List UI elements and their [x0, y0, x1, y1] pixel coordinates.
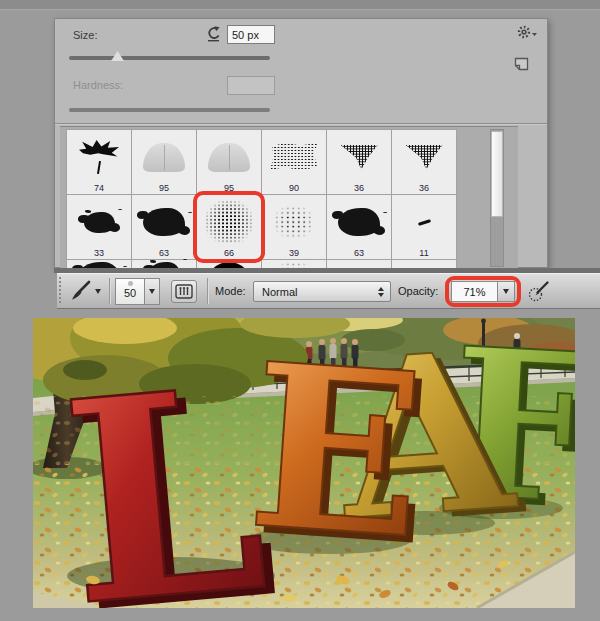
options-bar: 50 Mode: Normal Opacity: 71% — [57, 273, 600, 309]
brush-preset-dropdown[interactable] — [144, 278, 160, 305]
brush-icon[interactable] — [67, 279, 93, 309]
hardness-slider — [69, 108, 270, 112]
brush-blob-icon — [143, 208, 185, 236]
brush-size-label: 33 — [67, 248, 131, 258]
brush-grid: 749595903636336366396311 — [66, 129, 457, 269]
brush-scatter-tri-icon — [340, 145, 378, 170]
reset-arrow-icon[interactable] — [205, 25, 222, 47]
size-label: Size: — [73, 29, 97, 41]
brush-cell[interactable]: 90 — [262, 130, 327, 195]
brush-none-icon — [358, 262, 360, 264]
brush-cell[interactable]: 95 — [197, 130, 262, 195]
brush-cell[interactable]: 63 — [327, 195, 392, 260]
toolbar-grip[interactable] — [59, 277, 61, 305]
brush-blob-icon — [338, 208, 380, 236]
toolbar-divider — [109, 278, 110, 304]
brush-cell[interactable]: 74 — [67, 130, 132, 195]
brush-size-label: 63 — [327, 248, 391, 258]
scrollbar-track[interactable] — [490, 129, 504, 267]
brush-cell[interactable]: 11 — [392, 195, 457, 260]
opacity-dropdown[interactable] — [497, 281, 515, 302]
letter-l: L L — [53, 325, 287, 608]
size-slider[interactable] — [69, 56, 270, 60]
photoshop-screenshot: Size: Hardness: 749595903636336366396311 — [0, 0, 600, 621]
brush-cell[interactable]: 39 — [262, 195, 327, 260]
brush-leaf-light-icon — [208, 143, 250, 172]
airbrush-icon[interactable] — [527, 280, 551, 308]
brush-size-label: 11 — [392, 248, 456, 258]
brush-cell[interactable]: 95 — [132, 130, 197, 195]
brush-cell[interactable]: 36 — [327, 130, 392, 195]
brush-maple-icon — [77, 139, 121, 175]
brush-dropdown-arrow[interactable] — [95, 289, 101, 294]
brush-spray-loose-icon — [274, 206, 314, 238]
brush-cell[interactable]: 36 — [392, 130, 457, 195]
brush-size-label: 36 — [327, 183, 391, 193]
brush-panel-toggle-icon[interactable] — [171, 280, 197, 303]
brush-preset-box[interactable]: 50 — [115, 278, 145, 305]
brush-size-value: 50 — [116, 286, 144, 300]
brush-options-popup: Size: Hardness: 749595903636336366396311 — [54, 18, 548, 268]
brush-size-label: 36 — [392, 183, 456, 193]
brush-cell[interactable]: 63 — [132, 195, 197, 260]
brush-size-label: 74 — [67, 183, 131, 193]
brush-cell[interactable]: 66 — [197, 195, 262, 260]
brush-size-label: 95 — [132, 183, 196, 193]
gear-icon[interactable] — [516, 24, 538, 44]
brush-size-label: 39 — [262, 248, 326, 258]
mode-value: Normal — [254, 286, 378, 298]
panel-divider — [55, 123, 547, 125]
brush-size-label: 95 — [197, 183, 261, 193]
hardness-input — [227, 76, 275, 95]
brush-leaf-light-icon — [143, 143, 185, 172]
brush-size-label: 63 — [132, 248, 196, 258]
svg-text:L: L — [53, 325, 276, 608]
opacity-input[interactable]: 71% — [451, 281, 498, 302]
updown-arrows-icon — [378, 287, 384, 297]
window-top-strip — [0, 0, 600, 10]
toolbar-divider — [207, 278, 208, 304]
brush-blob-sm-icon — [84, 212, 115, 233]
brush-cell[interactable]: 33 — [67, 195, 132, 260]
hardness-label: Hardness: — [73, 79, 123, 91]
brush-none-icon — [423, 262, 425, 264]
leaf-word: F F A A E E L L — [53, 318, 575, 608]
scrollbar-thumb[interactable] — [491, 131, 503, 217]
brush-dash-icon — [417, 219, 430, 226]
new-preset-icon[interactable] — [514, 57, 529, 75]
leaf-artwork: F F A A E E L L — [33, 318, 575, 608]
mode-select[interactable]: Normal — [253, 281, 391, 302]
opacity-value: 71% — [463, 286, 485, 298]
brush-speckle-dense-icon — [270, 143, 318, 171]
brush-scatter-tri-icon — [405, 145, 443, 170]
document-canvas[interactable]: F F A A E E L L — [33, 318, 575, 608]
brush-size-label: 90 — [262, 183, 326, 193]
size-input[interactable] — [227, 25, 275, 44]
brush-grid-viewport: 749595903636336366396311 — [60, 126, 518, 269]
opacity-label: Opacity: — [398, 285, 438, 297]
brush-spray-icon — [205, 200, 253, 244]
mode-label: Mode: — [215, 285, 246, 297]
brush-size-label: 66 — [197, 248, 261, 258]
